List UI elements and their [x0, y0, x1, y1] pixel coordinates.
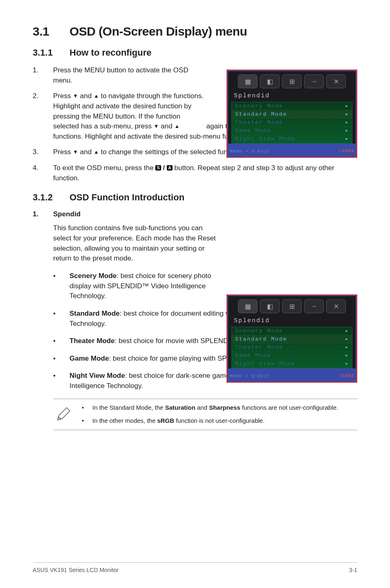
bullet-icon: • [53, 336, 69, 346]
osd-tab-row: ▦ ◧ ⊞ → ✕ [231, 74, 352, 88]
right-arrow-icon: ▶ [346, 353, 349, 358]
footer-page-number: 3-1 [349, 567, 357, 573]
osd-tab-splendid-icon: ▦ [238, 74, 258, 88]
spendid-heading: 1. Spendid [33, 210, 357, 218]
step-text: To exit the OSD menu, press the S / A bu… [53, 163, 357, 183]
osd-item: Night View Mode▶ [232, 360, 352, 368]
osd-item: Theater Mode▶ [232, 119, 352, 127]
osd-brand: /ISUS [338, 148, 354, 154]
right-arrow-icon: ▶ [346, 137, 349, 141]
page-footer: ASUS VK191 Series LCD Monitor 3-1 [33, 562, 357, 573]
mode-name: Theater Mode [69, 337, 115, 345]
spendid-intro: This function contains five sub-function… [53, 223, 217, 264]
section-312-text: OSD Function Introduction [69, 192, 184, 202]
section-311-num: 3.1.1 [33, 47, 69, 58]
osd-item: Game Mode▶ [232, 352, 352, 360]
osd-footer: MENU ⏎ S:Exit /ISUS [227, 369, 356, 382]
note-block: • In the Standard Mode, the Saturation a… [53, 399, 357, 430]
osd-tab-input-icon: → [304, 299, 324, 313]
note-text: In the Standard Mode, the Saturation and… [92, 403, 338, 413]
osd-item: Standard Mode▶ [232, 110, 352, 119]
osd-footer-hint: MENU ⏎ S:Exit [230, 148, 270, 154]
osd-item: Game Mode▶ [232, 127, 352, 135]
up-triangle-icon: ▲ [94, 148, 99, 156]
section-311-text: How to reconfigure [69, 47, 151, 58]
title-text: OSD (On-Screen Display) menu [69, 25, 247, 38]
s-button-icon: S [155, 165, 161, 171]
down-triangle-icon: ▼ [73, 148, 78, 156]
mode-name: Scenery Mode [69, 272, 117, 280]
step-num: 1. [33, 65, 53, 85]
osd-tab-image-icon: ◧ [260, 74, 280, 88]
osd-tab-row: ▦ ◧ ⊞ → ✕ [231, 299, 352, 313]
osd-mode-list: Scenery Mode▶ Standard Mode▶ Theater Mod… [231, 102, 352, 144]
pen-note-icon [53, 403, 74, 426]
right-arrow-icon: ▶ [346, 128, 349, 133]
step-num: 4. [33, 163, 53, 183]
mode-name: Night View Mode [69, 372, 125, 379]
osd-item: Theater Mode▶ [232, 343, 352, 352]
step-num: 3. [33, 147, 53, 157]
osd-panel-label: Splendid [231, 91, 352, 102]
osd-item: Scenery Mode▶ [232, 327, 352, 335]
bullet-icon: • [82, 403, 92, 413]
section-312-heading: 3.1.2OSD Function Introduction [33, 192, 357, 203]
right-arrow-icon: ▶ [346, 120, 349, 125]
osd-tab-color-icon: ⊞ [282, 74, 302, 88]
osd-tab-input-icon: → [304, 74, 324, 88]
right-arrow-icon: ▶ [346, 361, 349, 366]
osd-panel-label: Splendid [231, 316, 352, 327]
osd-footer: MENU ⏎ S:Exit /ISUS [227, 144, 356, 157]
osd-mode-list: Scenery Mode▶ Standard Mode▶ Theater Mod… [231, 327, 352, 368]
section-311-heading: 3.1.1How to reconfigure [33, 47, 357, 58]
osd-tab-image-icon: ◧ [260, 299, 280, 313]
up-triangle-icon: ▲ [174, 123, 179, 130]
footer-product: ASUS VK191 Series LCD Monitor [33, 567, 119, 573]
step-num: 2. [33, 91, 53, 141]
right-arrow-icon: ▶ [346, 104, 349, 108]
note-list: • In the Standard Mode, the Saturation a… [82, 403, 357, 426]
note-text: In the other modes, the sRGB function is… [92, 416, 264, 426]
a-button-icon: A [167, 165, 173, 171]
section-312-num: 3.1.2 [33, 192, 69, 203]
mode-name: Standard Mode [69, 310, 120, 317]
up-triangle-icon: ▲ [94, 92, 99, 100]
bullet-icon: • [53, 354, 69, 364]
osd-item: Night View Mode▶ [232, 135, 352, 143]
osd-screenshot: ▦ ◧ ⊞ → ✕ Splendid Scenery Mode▶ Standar… [226, 70, 357, 158]
right-arrow-icon: ▶ [346, 345, 349, 350]
mode-name: Game Mode [69, 355, 109, 362]
right-arrow-icon: ▶ [346, 329, 349, 333]
down-triangle-icon: ▼ [154, 123, 159, 130]
bullet-icon: • [82, 416, 92, 426]
osd-tab-color-icon: ⊞ [282, 299, 302, 313]
bullet-icon: • [53, 271, 69, 301]
down-triangle-icon: ▼ [73, 92, 78, 100]
spendid-label: Spendid [53, 210, 81, 218]
step-text: Press the MENU button to activate the OS… [53, 65, 204, 85]
right-arrow-icon: ▶ [346, 112, 349, 117]
osd-tab-system-icon: ✕ [326, 299, 346, 313]
osd-tab-system-icon: ✕ [326, 74, 346, 88]
page-title: 3.1OSD (On-Screen Display) menu [33, 25, 357, 38]
title-number: 3.1 [33, 25, 69, 38]
osd-footer-hint: MENU ⏎ S:Exit [230, 373, 270, 379]
right-arrow-icon: ▶ [346, 337, 349, 341]
osd-brand: /ISUS [338, 373, 354, 379]
osd-item: Standard Mode▶ [232, 335, 352, 343]
spendid-num: 1. [33, 210, 53, 218]
osd-screenshot: ▦ ◧ ⊞ → ✕ Splendid Scenery Mode▶ Standar… [226, 294, 357, 383]
bullet-icon: • [53, 371, 69, 391]
mode-text: Scenery Mode: best choice for scenery ph… [69, 271, 221, 301]
bullet-icon: • [53, 309, 69, 329]
osd-item: Scenery Mode▶ [232, 102, 352, 110]
osd-tab-splendid-icon: ▦ [238, 299, 258, 313]
